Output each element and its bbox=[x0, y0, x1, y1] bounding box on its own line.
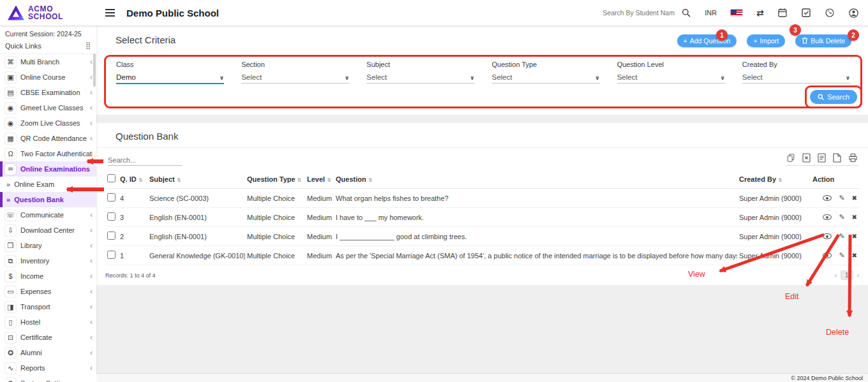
view-icon[interactable] bbox=[823, 253, 832, 258]
sidebar-item-label: Expenses bbox=[20, 288, 87, 295]
sidebar-item-online-course[interactable]: ▣Online Course‹ bbox=[0, 70, 96, 85]
sidebar-item-transport[interactable]: ◨Transport‹ bbox=[0, 299, 96, 314]
column-header-question-type[interactable]: Question Type⇅ bbox=[245, 170, 305, 189]
sort-icon[interactable]: ⇅ bbox=[778, 177, 782, 183]
next-page-icon[interactable]: › bbox=[857, 272, 859, 279]
sidebar-item-inventory[interactable]: ⧉Inventory‹ bbox=[0, 253, 96, 268]
sidebar-item-two-factor-authentication[interactable]: ΩTwo Factor Authentication bbox=[0, 146, 96, 161]
sidebar-item-online-examinations[interactable]: ♒Online Examinations bbox=[0, 161, 96, 177]
sidebar-item-expenses[interactable]: ▭Expenses‹ bbox=[0, 284, 96, 299]
student-search-input[interactable] bbox=[602, 9, 677, 17]
whatsapp-icon[interactable] bbox=[825, 8, 835, 18]
cell-created-by: Super Admin (9000) bbox=[737, 208, 811, 227]
delete-icon[interactable]: ✖ bbox=[852, 252, 857, 259]
grid-icon[interactable]: ⣿ bbox=[86, 41, 90, 50]
sidebar-item-question-bank[interactable]: »Question Bank bbox=[0, 192, 96, 207]
search-icon[interactable] bbox=[682, 8, 691, 18]
print-icon[interactable] bbox=[848, 153, 858, 163]
chevron-down-icon: ∨ bbox=[721, 75, 725, 81]
select-all-checkbox[interactable] bbox=[107, 174, 116, 182]
search-annotation-box: Search bbox=[805, 85, 862, 108]
sidebar-item-multi-branch[interactable]: ⌘Multi Branch‹ bbox=[0, 54, 96, 70]
sidebar-item-online-exam[interactable]: »Online Exam bbox=[0, 177, 96, 192]
sidebar-item-certificate[interactable]: ⊡Certificate‹ bbox=[0, 330, 96, 345]
filter-select-subject[interactable]: Select∨ bbox=[366, 73, 474, 84]
profile-icon[interactable] bbox=[848, 8, 859, 18]
sort-icon[interactable]: ⇅ bbox=[327, 177, 331, 183]
column-label: Question bbox=[336, 175, 366, 183]
sort-icon[interactable]: ⇅ bbox=[368, 177, 373, 183]
edit-icon[interactable]: ✎ bbox=[839, 251, 844, 260]
sidebar-item-communicate[interactable]: ☏Communicate‹ bbox=[0, 207, 96, 223]
sidebar-item-label: Online Examinations bbox=[20, 165, 93, 173]
column-header-created-by[interactable]: Created By⇅ bbox=[737, 170, 811, 189]
row-checkbox[interactable] bbox=[107, 193, 116, 202]
sort-icon[interactable]: ⇅ bbox=[177, 177, 181, 183]
column-header-question[interactable]: Question⇅ bbox=[334, 170, 737, 189]
sidebar-item-reports[interactable]: ∿Reports‹ bbox=[0, 360, 96, 376]
sidebar-scrollbar[interactable] bbox=[93, 54, 96, 87]
row-checkbox-cell bbox=[105, 189, 118, 208]
annotation-view-label: View bbox=[688, 270, 705, 279]
edit-icon[interactable]: ✎ bbox=[839, 232, 844, 240]
qb-table-head: Q. ID⇅Subject⇅Question Type⇅Level⇅Questi… bbox=[105, 170, 859, 189]
sidebar-item-hostel[interactable]: ▯Hostel‹ bbox=[0, 314, 96, 330]
column-header-q-id[interactable]: Q. ID⇅ bbox=[118, 170, 147, 189]
pagination: ‹ 1 › bbox=[835, 270, 859, 280]
sidebar-item-qr-code-attendance[interactable]: ▦QR Code Attendance‹ bbox=[0, 131, 96, 146]
us-flag-icon[interactable] bbox=[730, 9, 743, 17]
row-checkbox[interactable] bbox=[107, 231, 116, 240]
sidebar-item-zoom-live-classes[interactable]: ◉Zoom Live Classes‹ bbox=[0, 115, 96, 131]
add-question-button[interactable]: +Add Question bbox=[677, 34, 737, 47]
annotation-badge-1: 1 bbox=[716, 29, 728, 41]
currency-label[interactable]: INR bbox=[705, 9, 717, 17]
cell-action: ✎✖ bbox=[811, 227, 859, 246]
sidebar-item-download-center[interactable]: ⇩Download Center‹ bbox=[0, 223, 96, 238]
bulk-delete-button[interactable]: Bulk Delete bbox=[795, 34, 851, 47]
sort-icon[interactable]: ⇅ bbox=[138, 177, 143, 183]
brand-logo[interactable]: ACMO SCHOOL bbox=[0, 5, 96, 20]
row-checkbox[interactable] bbox=[107, 212, 116, 221]
prev-page-icon[interactable]: ‹ bbox=[835, 272, 837, 279]
import-button[interactable]: +Import bbox=[747, 34, 785, 47]
edit-icon[interactable]: ✎ bbox=[839, 194, 844, 202]
delete-icon[interactable]: ✖ bbox=[852, 233, 857, 240]
filter-select-created-by[interactable]: Select∨ bbox=[742, 73, 850, 84]
filter-select-class[interactable]: Demo∨ bbox=[116, 73, 224, 84]
sidebar-item-label: Library bbox=[20, 242, 87, 249]
filter-value: Select bbox=[617, 73, 638, 81]
sort-icon[interactable]: ⇅ bbox=[297, 177, 302, 183]
pdf-icon[interactable] bbox=[833, 153, 841, 163]
edit-icon[interactable]: ✎ bbox=[839, 213, 844, 221]
view-icon[interactable] bbox=[823, 195, 832, 201]
hamburger-menu-icon[interactable] bbox=[105, 12, 115, 13]
table-search-input[interactable] bbox=[108, 155, 182, 166]
row-checkbox[interactable] bbox=[107, 251, 116, 259]
column-header-level[interactable]: Level⇅ bbox=[305, 170, 334, 189]
excel-icon[interactable] bbox=[802, 153, 811, 163]
csv-icon[interactable] bbox=[818, 153, 826, 163]
view-icon[interactable] bbox=[823, 233, 832, 239]
delete-icon[interactable]: ✖ bbox=[852, 195, 857, 202]
tasks-icon[interactable] bbox=[801, 8, 811, 18]
delete-icon[interactable]: ✖ bbox=[852, 214, 857, 221]
filter-select-question-type[interactable]: Select∨ bbox=[492, 73, 600, 84]
view-icon[interactable] bbox=[823, 214, 832, 220]
copy-icon[interactable] bbox=[786, 153, 795, 163]
column-header-subject[interactable]: Subject⇅ bbox=[147, 170, 245, 189]
filter-select-section[interactable]: Select∨ bbox=[241, 73, 349, 84]
sidebar-item-library[interactable]: ❒Library‹ bbox=[0, 238, 96, 253]
swap-icon[interactable]: ⇄ bbox=[756, 8, 764, 18]
sidebar-item-income[interactable]: $Income‹ bbox=[0, 268, 96, 284]
search-button[interactable]: Search bbox=[810, 90, 857, 104]
sidebar-item-system-setting[interactable]: ⚙System Setting‹ bbox=[0, 376, 96, 382]
cell-subject: English (EN-0001) bbox=[147, 208, 245, 227]
quick-links[interactable]: Quick Links ⣿ bbox=[0, 39, 96, 54]
sidebar-item-cbse-examination[interactable]: ▤CBSE Examination‹ bbox=[0, 85, 96, 100]
calendar-icon[interactable] bbox=[777, 8, 788, 18]
chevron-collapse-icon: ‹ bbox=[90, 256, 93, 265]
page-number[interactable]: 1 bbox=[841, 270, 853, 280]
filter-select-question-level[interactable]: Select∨ bbox=[617, 73, 725, 84]
sidebar-item-alumni[interactable]: ✪Alumni‹ bbox=[0, 345, 96, 360]
sidebar-item-gmeet-live-classes[interactable]: ◉Gmeet Live Classes‹ bbox=[0, 100, 96, 115]
